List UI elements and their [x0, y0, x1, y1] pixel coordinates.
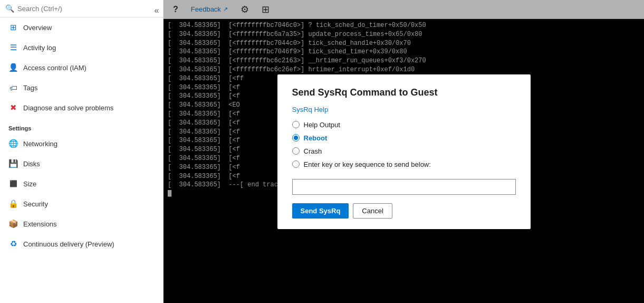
sidebar-item-security[interactable]: 🔒 Security [0, 194, 163, 214]
radio-group: Help Output Reboot Crash Enter key or ke… [292, 121, 516, 168]
sidebar-item-label: Diagnose and solve problems [23, 104, 155, 112]
sidebar-item-size[interactable]: ⬛ Size [0, 174, 163, 194]
radio-input-reboot[interactable] [292, 134, 300, 141]
sidebar-item-tags[interactable]: 🏷 Tags [0, 78, 163, 98]
radio-label-help-output: Help Output [304, 121, 340, 129]
disks-icon: 💾 [8, 159, 18, 168]
diagnose-icon: ✖ [8, 103, 18, 112]
security-icon: 🔒 [8, 199, 18, 209]
sidebar-item-diagnose[interactable]: ✖ Diagnose and solve problems [0, 98, 163, 118]
radio-label-key-sequence: Enter key or key sequence to send below: [304, 160, 431, 168]
search-icon: 🔍 [5, 4, 14, 13]
radio-help-output[interactable]: Help Output [292, 121, 516, 129]
sidebar-item-overview[interactable]: ⊞ Overview [0, 17, 163, 37]
radio-input-crash[interactable] [292, 147, 300, 155]
cancel-button[interactable]: Cancel [353, 203, 392, 219]
activity-log-icon: ☰ [8, 43, 18, 52]
radio-key-sequence[interactable]: Enter key or key sequence to send below: [292, 160, 516, 168]
modal-actions: Send SysRq Cancel [292, 203, 516, 219]
sidebar-scroll: ⊞ Overview ☰ Activity log 👤 Access contr… [0, 17, 163, 303]
tags-icon: 🏷 [8, 83, 18, 92]
settings-section-title: Settings [0, 118, 163, 134]
radio-crash[interactable]: Crash [292, 147, 516, 155]
main-content: ? Feedback ↗ ⚙ ⊞ [ 304.583365] [<fffffff… [164, 0, 644, 303]
sidebar-item-label: Activity log [23, 44, 155, 52]
modal-overlay: Send SysRq Command to Guest SysRq Help H… [164, 0, 644, 303]
extensions-icon: 📦 [8, 219, 18, 229]
sidebar-item-label: Security [23, 200, 155, 208]
access-control-icon: 👤 [8, 63, 18, 72]
radio-input-key-sequence[interactable] [292, 160, 300, 168]
radio-label-reboot: Reboot [304, 134, 328, 142]
sidebar-item-extensions[interactable]: 📦 Extensions [0, 214, 163, 234]
sidebar-item-label: Tags [23, 84, 155, 92]
sidebar-item-disks[interactable]: 💾 Disks [0, 154, 163, 174]
sidebar-item-networking[interactable]: 🌐 Networking [0, 134, 163, 154]
collapse-sidebar-button[interactable]: « [150, 4, 163, 17]
search-container: 🔍 « [0, 0, 163, 17]
sidebar-item-access-control[interactable]: 👤 Access control (IAM) [0, 58, 163, 78]
sysrq-help-link[interactable]: SysRq Help [292, 106, 516, 113]
sidebar-item-label: Networking [23, 140, 155, 148]
radio-reboot[interactable]: Reboot [292, 134, 516, 142]
sidebar-item-label: Overview [23, 24, 155, 32]
sidebar-item-label: Continuous delivery (Preview) [23, 240, 155, 248]
sidebar-item-label: Disks [23, 160, 155, 168]
networking-icon: 🌐 [8, 139, 18, 148]
sidebar-item-label: Extensions [23, 220, 155, 228]
sidebar-item-activity-log[interactable]: ☰ Activity log [0, 37, 163, 58]
size-icon: ⬛ [8, 179, 18, 188]
key-sequence-input[interactable] [292, 179, 516, 195]
sidebar-item-continuous-delivery[interactable]: ♻ Continuous delivery (Preview) [0, 234, 163, 254]
sysrq-modal: Send SysRq Command to Guest SysRq Help H… [277, 74, 531, 229]
modal-title: Send SysRq Command to Guest [292, 87, 516, 98]
send-sysrq-button[interactable]: Send SysRq [292, 203, 349, 219]
sidebar-item-label: Access control (IAM) [23, 64, 155, 72]
continuous-delivery-icon: ♻ [8, 239, 18, 249]
radio-label-crash: Crash [304, 147, 322, 155]
overview-icon: ⊞ [8, 23, 18, 32]
sidebar: 🔍 « ⊞ Overview ☰ Activity log 👤 Access c… [0, 0, 164, 303]
sidebar-item-label: Size [23, 180, 155, 188]
radio-input-help-output[interactable] [292, 121, 300, 128]
search-input[interactable] [17, 5, 158, 13]
